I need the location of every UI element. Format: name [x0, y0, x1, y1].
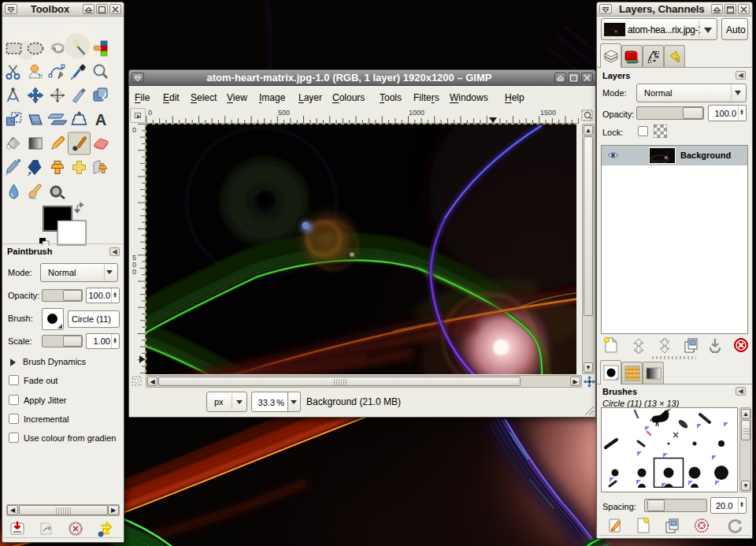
- svg-text:0: 0: [132, 268, 136, 276]
- svg-text:1500: 1500: [540, 109, 556, 117]
- svg-text:1000: 1000: [409, 109, 424, 117]
- svg-text:0: 0: [148, 109, 152, 117]
- svg-text:A: A: [95, 111, 106, 128]
- svg-text:500: 500: [278, 109, 290, 117]
- svg-text:0: 0: [132, 126, 136, 134]
